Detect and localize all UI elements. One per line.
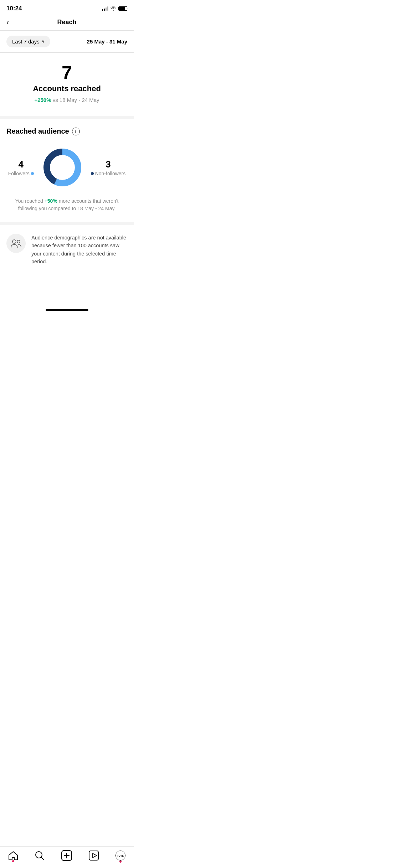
status-bar: 10:24 xyxy=(0,0,134,15)
chart-row: 4 Followers 3 xyxy=(6,146,127,189)
people-icon xyxy=(11,239,21,248)
svg-point-2 xyxy=(12,240,16,243)
chevron-down-icon: ∨ xyxy=(42,39,45,44)
change-percent: +250% xyxy=(34,97,51,103)
accounts-reached-number: 7 xyxy=(6,63,127,82)
followers-label: Followers xyxy=(8,171,34,176)
reached-more-pct: +50% xyxy=(45,198,57,204)
accounts-reached-section: 7 Accounts reached +250% vs 18 May - 24 … xyxy=(0,53,134,119)
svg-point-3 xyxy=(17,240,20,243)
battery-icon xyxy=(118,6,127,11)
followers-count: 4 xyxy=(8,159,34,170)
non-followers-label-group: 3 Non-followers xyxy=(91,159,126,176)
home-indicator xyxy=(46,309,88,311)
non-followers-dot xyxy=(91,172,94,175)
demographics-row: Audience demographics are not available … xyxy=(6,234,127,266)
date-filter-row: Last 7 days ∨ 25 May - 31 May xyxy=(0,31,134,53)
date-filter-button[interactable]: Last 7 days ∨ xyxy=(6,36,50,47)
signal-icon xyxy=(102,6,108,11)
info-icon[interactable]: i xyxy=(72,128,80,135)
date-filter-label: Last 7 days xyxy=(12,38,40,45)
back-button[interactable]: ‹ xyxy=(6,19,9,26)
compare-period: vs 18 May - 24 May xyxy=(53,97,99,103)
reached-more-prefix: You reached xyxy=(15,198,45,204)
reached-audience-section: Reached audience i 4 Followers xyxy=(0,119,134,225)
followers-label-group: 4 Followers xyxy=(8,159,34,176)
non-followers-count: 3 xyxy=(91,159,126,170)
demographics-icon-wrap xyxy=(6,234,26,253)
donut-chart xyxy=(41,146,84,189)
demographics-section: Audience demographics are not available … xyxy=(0,225,134,274)
demographics-text: Audience demographics are not available … xyxy=(31,234,127,266)
reached-more-text: You reached +50% more accounts that were… xyxy=(6,197,127,212)
page-header: ‹ Reach xyxy=(0,15,134,31)
accounts-reached-label: Accounts reached xyxy=(6,84,127,93)
non-followers-label: Non-followers xyxy=(91,171,126,176)
accounts-reached-comparison: +250% vs 18 May - 24 May xyxy=(6,97,127,103)
status-time: 10:24 xyxy=(6,5,22,12)
date-range-label: 25 May - 31 May xyxy=(87,38,127,45)
audience-title: Reached audience xyxy=(6,127,69,135)
page-title: Reach xyxy=(57,19,76,26)
audience-header: Reached audience i xyxy=(6,127,127,135)
followers-dot xyxy=(31,172,34,175)
wifi-icon xyxy=(110,6,116,11)
status-icons xyxy=(102,6,127,11)
